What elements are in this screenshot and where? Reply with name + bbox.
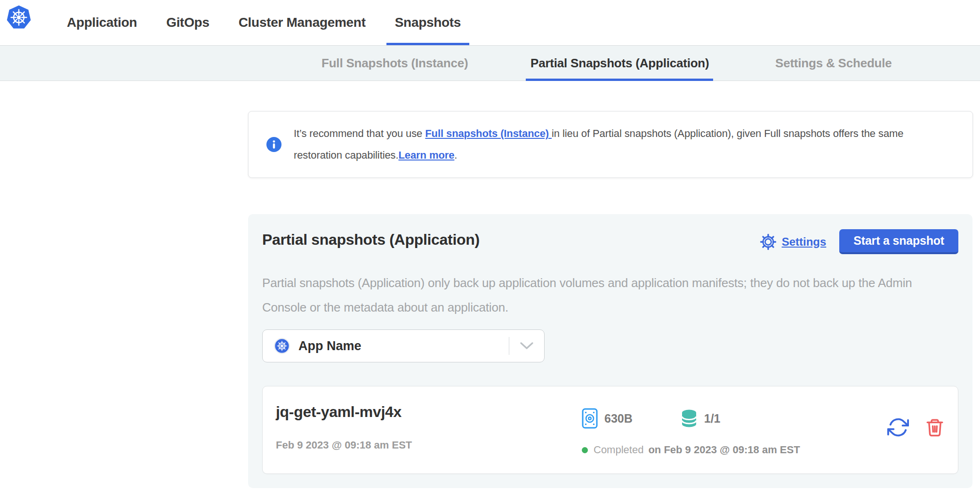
snapshot-settings-link[interactable]: Settings [759,233,827,251]
app-name-dropdown[interactable]: App Name [262,329,545,362]
tab-partial-snapshots-application[interactable]: Partial Snapshots (Application) [530,46,709,80]
snapshots-sub-nav: Full Snapshots (Instance) Partial Snapsh… [0,45,980,81]
top-nav: Application GitOps Cluster Management Sn… [0,0,980,45]
nav-item-cluster-management[interactable]: Cluster Management [239,0,366,45]
trash-icon [925,417,945,438]
partial-snapshots-panel: Partial snapshots (Application) [248,214,972,488]
nav-item-gitops[interactable]: GitOps [166,0,209,45]
top-nav-items: Application GitOps Cluster Management Sn… [0,0,980,45]
info-icon [266,137,281,152]
disk-icon [582,408,598,429]
snapshot-row: jq-get-yaml-mvj4x Feb 9 2023 @ 09:18 am … [262,386,958,474]
kubernetes-logo-icon [7,5,31,30]
status-detail: on Feb 9 2023 @ 09:18 am EST [648,444,800,456]
kubernetes-app-icon [274,338,290,354]
tab-full-snapshots-instance[interactable]: Full Snapshots (Instance) [321,46,468,80]
restore-snapshot-button[interactable] [887,417,909,438]
snapshot-volume-count: 1/1 [704,412,721,425]
snapshot-volumes-metric: 1/1 [681,409,721,428]
start-snapshot-button[interactable]: Start a snapshot [839,229,958,254]
nav-item-snapshots[interactable]: Snapshots [395,0,461,45]
gear-icon [759,233,777,251]
settings-link-label: Settings [782,235,827,248]
snapshot-status: Completed on Feb 9 2023 @ 09:18 am EST [582,444,800,456]
panel-description: Partial snapshots (Application) only bac… [262,271,947,320]
banner-text-segment: . [454,149,457,161]
chevron-down-icon [509,342,544,350]
nav-item-application[interactable]: Application [67,0,137,45]
info-banner: It’s recommend that you use Full snapsho… [248,111,973,178]
green-dot-icon [582,447,588,453]
status-label: Completed [594,444,643,456]
delete-snapshot-button[interactable] [925,417,945,438]
snapshot-actions [887,417,945,438]
snapshot-size-metric: 630B [582,408,633,429]
learn-more-link[interactable]: Learn more [399,149,455,161]
panel-title: Partial snapshots (Application) [262,231,480,248]
banner-text: It’s recommend that you use Full snapsho… [294,123,948,166]
snapshot-date: Feb 9 2023 @ 09:18 am EST [276,439,412,451]
app-name-value: App Name [298,339,509,353]
snapshot-name: jq-get-yaml-mvj4x [276,403,402,421]
banner-text-segment: It’s recommend that you use [294,128,425,139]
snapshot-size: 630B [604,412,633,425]
snapshot-metrics: 630B 1/1 [582,408,721,429]
kots-admin-console: Application GitOps Cluster Management Sn… [0,0,980,497]
restore-icon [887,417,909,438]
tab-settings-schedule[interactable]: Settings & Schedule [775,46,892,80]
panel-header-actions: Settings Start a snapshot [759,229,958,254]
database-icon [681,409,698,428]
full-snapshots-instance-link[interactable]: Full snapshots (Instance) [425,128,552,139]
